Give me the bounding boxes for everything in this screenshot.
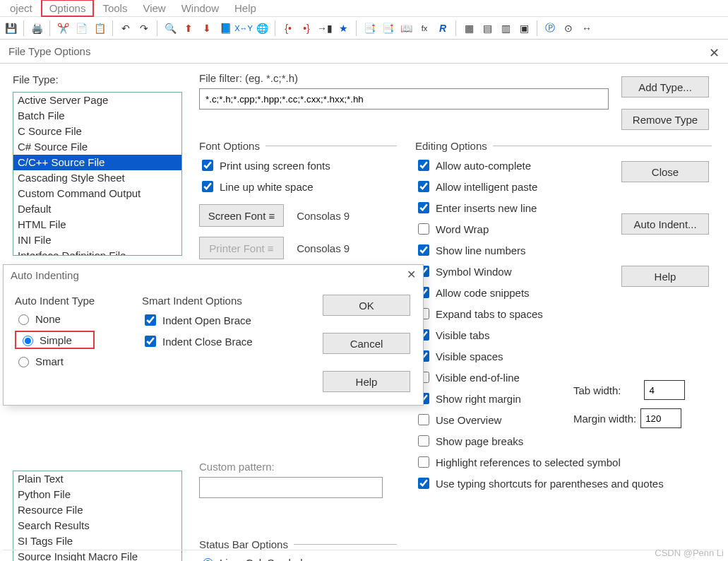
search-icon[interactable]: 🔍 (162, 20, 178, 36)
list-item[interactable]: Default (13, 201, 181, 217)
printer-font-button[interactable]: Printer Font ≡ (199, 237, 284, 259)
auto-indenting-dialog: Auto Indenting✕ Auto Indent Type None Si… (3, 264, 424, 406)
copy-icon[interactable]: 📄 (73, 20, 89, 36)
menu-oject[interactable]: oject (3, 1, 40, 16)
nav-up-icon[interactable]: ⬆ (181, 20, 196, 36)
ai-simple[interactable]: Simple (15, 331, 95, 349)
add-type-button[interactable]: Add Type... (621, 76, 709, 98)
list-item[interactable]: SI Tags File (13, 533, 181, 549)
ai-title: Auto Indenting (11, 269, 79, 281)
bookmark2-icon[interactable]: 📑 (380, 20, 395, 36)
margin-width-label: Margin width: (573, 413, 636, 425)
undo-icon[interactable]: ↶ (118, 20, 133, 36)
brace-right-icon[interactable]: •} (299, 20, 314, 36)
editing-option-0[interactable]: Allow auto-complete (415, 158, 712, 173)
ai-ok-button[interactable]: OK (323, 295, 410, 316)
print-icon[interactable]: 🖨️ (29, 20, 44, 36)
line-up-white-space[interactable]: Line up white space (199, 179, 397, 194)
list-item[interactable]: Search Results (13, 518, 181, 533)
nav-down-icon[interactable]: ⬇ (199, 20, 215, 36)
window-title-bar: File Type Options ✕ (0, 40, 728, 64)
menubar: oject Options Tools View Window Help (0, 0, 728, 17)
close-icon[interactable]: ✕ (709, 45, 720, 61)
screen-font-button[interactable]: Screen Font ≡ (199, 204, 284, 227)
redo-icon[interactable]: ↷ (136, 20, 152, 36)
editing-option-9[interactable]: Visible spaces (415, 348, 712, 364)
ai-help-button[interactable]: Help (323, 371, 410, 392)
open-book-icon[interactable]: 📖 (398, 20, 414, 36)
menu-window[interactable]: Window (174, 1, 226, 16)
status-opt1[interactable]: Line, Col, Symbol (199, 556, 397, 561)
editing-option-2[interactable]: Enter inserts new line (415, 200, 712, 215)
list-item[interactable]: Python File (13, 487, 181, 502)
menu-view[interactable]: View (136, 1, 172, 16)
layout1-icon[interactable]: ▦ (461, 20, 477, 36)
margin-width-input[interactable] (640, 408, 681, 428)
star-icon[interactable]: ★ (335, 20, 351, 36)
window-title: File Type Options (8, 45, 90, 57)
layout4-icon[interactable]: ▣ (516, 20, 532, 36)
indent-icon[interactable]: →▮ (317, 20, 333, 36)
ai-indent-open[interactable]: Indent Open Brace (142, 312, 253, 328)
ai-none[interactable]: None (15, 312, 95, 325)
list-item[interactable]: INI File (13, 232, 181, 248)
editing-option-4[interactable]: Show line numbers (415, 242, 712, 258)
file-type-list-continued[interactable]: Plain Text Python File Resource File Sea… (13, 471, 182, 561)
ai-cancel-button[interactable]: Cancel (323, 333, 410, 354)
brace-left-icon[interactable]: {• (280, 20, 296, 36)
watermark: CSDN @Penn Li (655, 548, 724, 558)
fx-icon[interactable]: fx (417, 20, 432, 36)
print-using-screen-fonts[interactable]: Print using screen fonts (199, 158, 397, 173)
editing-option-15[interactable]: Use typing shortcuts for parentheses and… (415, 476, 712, 491)
list-item[interactable]: Interface Definition File (13, 248, 181, 256)
book-icon[interactable]: 📘 (217, 20, 233, 36)
web-icon[interactable]: 🌐 (254, 20, 270, 36)
menu-help[interactable]: Help (227, 1, 263, 16)
list-item-selected[interactable]: C/C++ Source File (13, 155, 181, 170)
custom-pattern-label: Custom pattern: (199, 461, 397, 473)
list-item[interactable]: Batch File (13, 108, 181, 124)
editing-option-1[interactable]: Allow intelligent paste (415, 179, 712, 194)
editing-option-5[interactable]: Symbol Window (415, 264, 712, 279)
cut-icon[interactable]: ✂️ (55, 20, 71, 36)
xy-icon[interactable]: X↔Y (236, 20, 251, 36)
menu-tools[interactable]: Tools (95, 1, 134, 16)
editing-options-title: Editing Options (415, 140, 487, 152)
paste-icon[interactable]: 📋 (92, 20, 107, 36)
r-icon[interactable]: R (435, 20, 450, 36)
list-item[interactable]: Resource File (13, 502, 181, 518)
list-item[interactable]: C Source File (13, 124, 181, 139)
save-icon[interactable]: 💾 (3, 20, 18, 36)
ai-indent-close[interactable]: Indent Close Brace (142, 333, 253, 349)
list-item[interactable]: Cascading Style Sheet (13, 170, 181, 186)
editing-option-6[interactable]: Allow code snippets (415, 285, 712, 300)
list-item[interactable]: Active Server Page (13, 93, 181, 108)
screen-font-value: Consolas 9 (297, 210, 350, 222)
editing-option-7[interactable]: Expand tabs to spaces (415, 306, 712, 321)
list-item[interactable]: HTML File (13, 217, 181, 232)
menu-options[interactable]: Options (41, 0, 95, 17)
bookmark1-icon[interactable]: 📑 (362, 20, 377, 36)
list-item[interactable]: Source Insight Macro File (13, 549, 181, 561)
editing-option-3[interactable]: Word Wrap (415, 221, 712, 237)
font-options-title: Font Options (199, 140, 260, 152)
editing-option-14[interactable]: Highlight references to selected symbol (415, 454, 712, 470)
list-item[interactable]: C# Source File (13, 139, 181, 155)
custom-pattern-input[interactable] (199, 477, 383, 498)
target-icon[interactable]: ⊙ (561, 20, 576, 36)
file-type-list[interactable]: Active Server Page Batch File C Source F… (13, 92, 182, 256)
editing-option-8[interactable]: Visible tabs (415, 327, 712, 343)
status-bar-title: Status Bar Options (199, 538, 288, 550)
file-filter-input[interactable] (199, 88, 609, 110)
arrow-icon[interactable]: ↔ (579, 20, 595, 36)
list-item[interactable]: Plain Text (13, 471, 181, 487)
ai-smart[interactable]: Smart (15, 355, 95, 367)
p-icon[interactable]: Ⓟ (542, 20, 558, 36)
toolbar: 💾 🖨️ ✂️ 📄 📋 ↶ ↷ 🔍 ⬆ ⬇ 📘 X↔Y 🌐 {• •} →▮ ★… (0, 17, 728, 40)
list-item[interactable]: Custom Command Output (13, 186, 181, 201)
layout3-icon[interactable]: ▥ (498, 20, 513, 36)
ai-smart-title: Smart Indent Options (142, 295, 253, 307)
ai-close-icon[interactable]: ✕ (407, 268, 416, 281)
tab-width-input[interactable] (644, 380, 685, 400)
layout2-icon[interactable]: ▤ (479, 20, 495, 36)
